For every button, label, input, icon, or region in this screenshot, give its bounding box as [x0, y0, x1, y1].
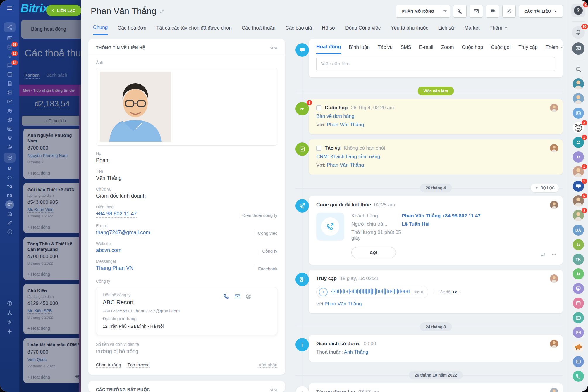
chat-monitor[interactable]: [573, 283, 584, 294]
playback-speed[interactable]: Tốc độ1x: [433, 290, 462, 294]
sidebar-item-chat[interactable]: 14: [5, 62, 15, 68]
sidebar-item-drive[interactable]: [5, 89, 15, 96]
sidebar-item-mail[interactable]: [5, 98, 15, 105]
timeline-tab-tác-vụ[interactable]: Tác vụ: [378, 44, 393, 54]
call-button[interactable]: [453, 5, 467, 18]
timeline-tab-truy-cập[interactable]: Truy cập: [518, 44, 538, 54]
person-icon[interactable]: [245, 293, 252, 300]
timeline-card[interactable]: Cuộc gọi đi đã kết thúc02:25 amKhách hàn…: [309, 196, 563, 265]
chat-crm[interactable]: [573, 356, 584, 367]
timeline-card[interactable]: Giao dịch có được00:00Thoả thuận: Anh Th…: [309, 335, 563, 362]
sidebar-item-company[interactable]: [5, 107, 15, 114]
tab-kanban[interactable]: Kanban: [25, 72, 40, 79]
sidebar-item-building[interactable]: [5, 210, 15, 217]
deal-card[interactable]: Chú Kiênlặp lại giao dịchđ129,450,000Mr.…: [23, 284, 81, 334]
filter-button[interactable]: BỘ LỌC: [531, 184, 559, 192]
timeline-tab-cuộc-gọi[interactable]: Cuộc gọi: [491, 44, 510, 54]
timeline-card[interactable]: Truy cập18 giây, lúc 02:2100:18Tốc độ1xv…: [309, 270, 563, 313]
sidebar-item-fb[interactable]: FB: [5, 192, 15, 199]
deal-add-activity-link[interactable]: + Hoạt động: [27, 171, 50, 176]
tab-các-báo-giá[interactable]: Các báo giá: [285, 25, 312, 35]
tab-chung[interactable]: Chung: [93, 25, 108, 35]
documents-button[interactable]: CÁC TÀI LIỆU: [519, 5, 563, 18]
deal-contact-link[interactable]: Nguyễn Phương Nam: [27, 153, 68, 158]
deal-add-activity-link[interactable]: + Hoạt động: [27, 326, 50, 331]
more-button[interactable]: [551, 252, 557, 259]
call-again-button[interactable]: GỌI: [351, 247, 396, 258]
menu-hamburger-icon[interactable]: [6, 5, 13, 11]
sidebar-item-tasks[interactable]: 52: [5, 44, 15, 50]
chat-channel[interactable]: 1: [573, 181, 584, 192]
sidebar-item-settings[interactable]: [5, 319, 15, 325]
tab-thêm[interactable]: Thêm: [490, 25, 508, 35]
timeline-tab-sms[interactable]: SMS: [400, 44, 411, 54]
sidebar-item-contact-center[interactable]: [5, 125, 15, 132]
help-button[interactable]: ?6: [571, 4, 585, 17]
timeline-tab-cuộc-họp[interactable]: Cuộc họp: [462, 44, 483, 54]
sidebar-item-share[interactable]: [4, 22, 16, 32]
add-deal-button[interactable]: + Giao dịch: [22, 116, 81, 126]
close-icon[interactable]: [50, 8, 54, 13]
sidebar-item-sign[interactable]: [5, 220, 15, 226]
phone-icon[interactable]: [223, 293, 230, 300]
tab-các-thoả-thuận[interactable]: Các thoả thuận: [242, 25, 275, 35]
chat-group[interactable]: [573, 151, 584, 163]
chat-calendar[interactable]: [573, 298, 584, 309]
edit-title-icon[interactable]: [159, 9, 164, 14]
entry-link[interactable]: Bàn về đơn hàng: [316, 113, 354, 119]
play-button[interactable]: [319, 288, 328, 296]
entry-link[interactable]: Anh Thắng: [344, 349, 368, 355]
tab-dòng-công-việc[interactable]: Dòng Công việc: [345, 25, 381, 35]
timeline-tab-bình-luận[interactable]: Bình luận: [349, 44, 370, 54]
timeline-card[interactable]: Tác vụKhông có hạn chótCRM: Khách hàng t…: [309, 139, 563, 175]
timeline-tab-thêm[interactable]: Thêm: [546, 44, 563, 54]
search-button[interactable]: [575, 65, 582, 73]
todo-input[interactable]: [316, 57, 555, 71]
email-button[interactable]: [470, 5, 483, 18]
sidebar-item-more[interactable]: [5, 229, 15, 235]
activity-board-button[interactable]: Bảng hoạt động: [21, 20, 81, 39]
tab-market[interactable]: Market: [465, 25, 480, 35]
create-field-link[interactable]: Tạo trường: [128, 362, 150, 368]
comment-button[interactable]: [540, 252, 546, 259]
sidebar-item-help[interactable]: [5, 300, 15, 307]
chat-group[interactable]: 1: [573, 137, 584, 148]
sidebar-item-marketing[interactable]: [5, 116, 15, 123]
timeline-tab-e-mail[interactable]: E-mail: [419, 44, 433, 54]
sidebar-item-ct[interactable]: CT: [5, 201, 15, 208]
field-value[interactable]: thang7247@gmail.com: [96, 229, 150, 236]
tab-yếu-tố-phụ-thuộc[interactable]: Yếu tố phụ thuộc: [391, 25, 428, 35]
notifications-button[interactable]: 59: [572, 26, 585, 39]
field-value[interactable]: Thang Phan VN: [96, 265, 133, 271]
entry-link[interactable]: CRM: Khách hàng tiềm năng: [316, 154, 380, 159]
entry-checkbox[interactable]: [316, 146, 321, 151]
sidebar-item-market[interactable]: M: [5, 165, 15, 172]
chat-tk[interactable]: TK: [573, 254, 584, 265]
timeline-card[interactable]: Cuộc họp26 Thg 4, 02:20 amBàn về đơn hàn…: [309, 99, 563, 134]
deal-contact-link[interactable]: Mr. Đoàn Viên: [27, 207, 53, 213]
field-value[interactable]: abcvn.com: [96, 247, 121, 253]
todo-pill[interactable]: Việc cần làm: [417, 87, 454, 95]
mail-icon[interactable]: [234, 293, 241, 300]
chat-da[interactable]: DÁ: [573, 225, 584, 236]
contact-photo[interactable]: [100, 72, 171, 142]
deal-contact-link[interactable]: Mr. Kiên SPB: [27, 308, 52, 314]
entry-link[interactable]: Phan Văn Thắng: [327, 122, 364, 127]
tab-list[interactable]: Danh sách: [46, 72, 67, 79]
entity-close-chip[interactable]: LIÊN LẠC: [46, 5, 81, 16]
chat-phone[interactable]: [573, 371, 584, 382]
field-value[interactable]: +84 98 802 11 47: [96, 211, 137, 218]
timeline-tab-zoom[interactable]: Zoom: [441, 44, 454, 54]
chat-crm[interactable]: [573, 327, 584, 338]
chat-bear[interactable]: 2: [573, 122, 584, 133]
entry-link[interactable]: Phan Văn Thắng: [327, 162, 364, 168]
tab-các-hoá-đơn[interactable]: Các hoá đơn: [118, 25, 146, 35]
timeline-card[interactable]: Tác vụ được tạo03:53 amCRM: Khách hàng t…: [309, 383, 563, 392]
sidebar-item-tg[interactable]: TG: [5, 183, 15, 190]
sidebar-item-sales[interactable]: [5, 134, 15, 141]
choose-field-link[interactable]: Chọn trường: [96, 362, 121, 368]
chat-crm[interactable]: [573, 312, 584, 323]
sidebar-item-crm[interactable]: 15: [5, 53, 15, 59]
deal-add-activity-link[interactable]: + Hoạt động: [27, 375, 50, 380]
call-detail-link[interactable]: Phan Văn Thắng +84 98 802 11 47: [402, 213, 481, 219]
